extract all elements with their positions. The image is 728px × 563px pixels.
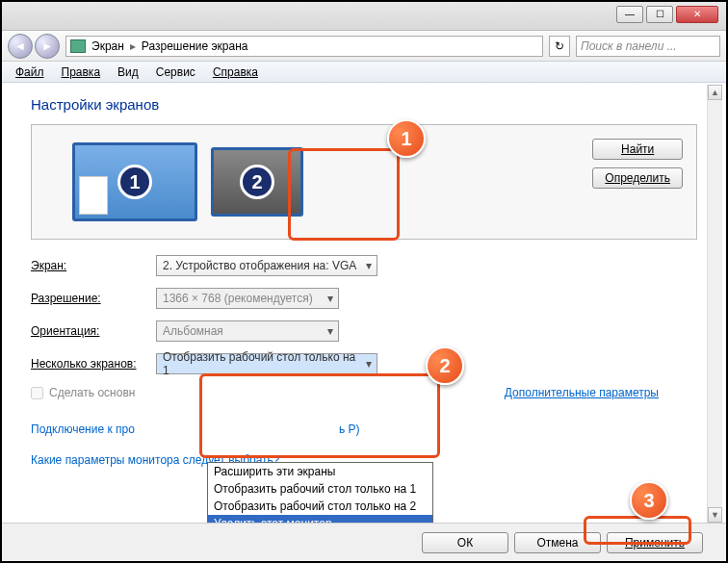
monitor-2-badge: 2 bbox=[240, 165, 274, 199]
monitor-1-badge: 1 bbox=[117, 165, 152, 199]
page-title: Настройки экранов bbox=[31, 96, 697, 113]
menubar: Файл Правка Вид Сервис Справка bbox=[2, 62, 726, 83]
ok-button[interactable]: ОК bbox=[422, 532, 508, 553]
dropdown-option-selected[interactable]: Удалить этот монитор bbox=[208, 515, 432, 523]
orientation-select[interactable]: Альбомная bbox=[156, 320, 339, 342]
scroll-down-icon[interactable]: ▼ bbox=[708, 507, 722, 523]
breadcrumb-item[interactable]: Экран bbox=[91, 39, 124, 53]
monitor-2[interactable]: 2 bbox=[211, 147, 303, 217]
advanced-settings-link[interactable]: Дополнительные параметры bbox=[505, 386, 659, 399]
make-primary-label: Сделать основн bbox=[49, 386, 135, 399]
dropdown-option[interactable]: Отобразить рабочий стол только на 1 bbox=[208, 480, 432, 498]
menu-view[interactable]: Вид bbox=[110, 64, 146, 81]
scrollbar[interactable]: ▲ ▼ bbox=[707, 85, 722, 523]
close-button[interactable]: ✕ bbox=[676, 6, 718, 23]
menu-edit[interactable]: Правка bbox=[54, 64, 109, 81]
address-bar[interactable]: Экран ▸ Разрешение экрана bbox=[65, 36, 543, 57]
projector-link[interactable]: Подключение к про bbox=[31, 422, 697, 436]
back-button[interactable]: ◄ bbox=[8, 34, 33, 59]
maximize-button[interactable]: ☐ bbox=[646, 6, 673, 23]
multi-screen-dropdown: Расширить эти экраны Отобразить рабочий … bbox=[207, 462, 433, 523]
screen-select[interactable]: 2. Устройство отображения на: VGA bbox=[156, 255, 377, 276]
refresh-button[interactable]: ↻ bbox=[549, 36, 570, 57]
multi-screen-select[interactable]: Отобразить рабочий стол только на 1 bbox=[156, 353, 377, 374]
desktop-thumbnail bbox=[79, 176, 108, 215]
chevron-right-icon: ▸ bbox=[130, 39, 136, 53]
resolution-label: Разрешение: bbox=[31, 292, 156, 305]
menu-tools[interactable]: Сервис bbox=[148, 64, 203, 81]
monitor-preview-panel: 1 2 Найти Определить bbox=[31, 124, 697, 240]
menu-help[interactable]: Справка bbox=[205, 64, 266, 81]
screen-label: Экран: bbox=[31, 259, 156, 272]
scroll-up-icon[interactable]: ▲ bbox=[708, 85, 722, 100]
minimize-button[interactable]: — bbox=[616, 6, 643, 23]
monitor-1[interactable]: 1 bbox=[72, 142, 197, 221]
titlebar: — ☐ ✕ bbox=[2, 2, 726, 31]
menu-file[interactable]: Файл bbox=[8, 64, 52, 81]
search-placeholder: Поиск в панели ... bbox=[581, 39, 677, 53]
resolution-select[interactable]: 1366 × 768 (рекомендуется) bbox=[156, 288, 339, 309]
multi-screen-label: Несколько экранов: bbox=[31, 357, 156, 371]
navbar: ◄ ► Экран ▸ Разрешение экрана ↻ Поиск в … bbox=[2, 31, 726, 62]
dropdown-option[interactable]: Расширить эти экраны bbox=[208, 463, 432, 480]
search-input[interactable]: Поиск в панели ... bbox=[576, 36, 720, 57]
orientation-label: Ориентация: bbox=[31, 324, 156, 338]
projector-hint: ь P) bbox=[339, 422, 360, 436]
apply-button[interactable]: Применить bbox=[607, 532, 703, 553]
identify-button[interactable]: Определить bbox=[592, 167, 683, 189]
dropdown-option[interactable]: Отобразить рабочий стол только на 2 bbox=[208, 498, 432, 515]
breadcrumb-item[interactable]: Разрешение экрана bbox=[142, 39, 248, 53]
make-primary-checkbox bbox=[31, 387, 43, 399]
cancel-button[interactable]: Отмена bbox=[514, 532, 601, 553]
find-button[interactable]: Найти bbox=[592, 139, 683, 160]
dialog-footer: ОК Отмена Применить bbox=[2, 523, 726, 561]
forward-button[interactable]: ► bbox=[35, 34, 60, 59]
monitor-icon bbox=[70, 39, 86, 53]
